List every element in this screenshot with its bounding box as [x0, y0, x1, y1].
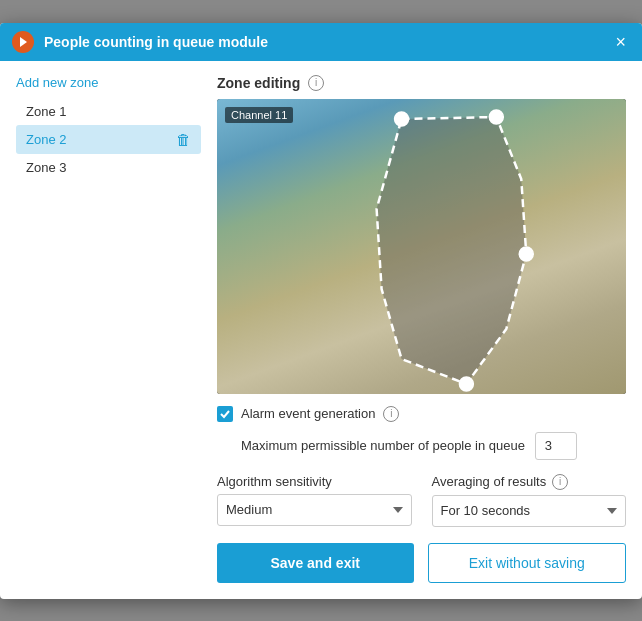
- delete-zone-icon[interactable]: 🗑: [176, 131, 191, 148]
- max-people-input[interactable]: [535, 432, 577, 460]
- dropdowns-row: Algorithm sensitivity Low Medium High Av…: [217, 474, 626, 527]
- app-logo-icon: [12, 31, 34, 53]
- algorithm-group: Algorithm sensitivity Low Medium High: [217, 474, 412, 527]
- modal-title: People counting in queue module: [44, 34, 611, 50]
- modal-window: People counting in queue module × Add ne…: [0, 23, 642, 599]
- zone-1-label: Zone 1: [26, 104, 66, 119]
- averaging-info-icon[interactable]: i: [552, 474, 568, 490]
- buttons-row: Save and exit Exit without saving: [217, 543, 626, 583]
- zone-polygon[interactable]: [217, 99, 626, 394]
- video-container: Channel 11: [217, 99, 626, 394]
- exit-without-saving-button[interactable]: Exit without saving: [428, 543, 627, 583]
- save-and-exit-button[interactable]: Save and exit: [217, 543, 414, 583]
- alarm-row: Alarm event generation i: [217, 406, 626, 422]
- svg-marker-1: [377, 117, 527, 384]
- channel-label: Channel 11: [225, 107, 293, 123]
- close-button[interactable]: ×: [611, 29, 630, 55]
- zone-editing-info-icon[interactable]: i: [308, 75, 324, 91]
- svg-point-5: [519, 247, 533, 261]
- title-bar: People counting in queue module ×: [0, 23, 642, 61]
- alarm-label: Alarm event generation: [241, 406, 375, 421]
- zone-2-label: Zone 2: [26, 132, 66, 147]
- zone-item-1[interactable]: Zone 1: [16, 98, 201, 125]
- zone-editing-header: Zone editing i: [217, 75, 626, 91]
- svg-point-3: [395, 112, 409, 126]
- svg-marker-0: [20, 37, 27, 47]
- zone-item-2[interactable]: Zone 2 🗑: [16, 125, 201, 154]
- modal-body: Add new zone Zone 1 Zone 2 🗑 Zone 3 Zone…: [0, 61, 642, 599]
- averaging-select[interactable]: For 5 seconds For 10 seconds For 30 seco…: [432, 495, 627, 527]
- averaging-group: Averaging of results i For 5 seconds For…: [432, 474, 627, 527]
- algorithm-select[interactable]: Low Medium High: [217, 494, 412, 526]
- add-new-zone-link[interactable]: Add new zone: [16, 75, 201, 90]
- zone-editing-title: Zone editing: [217, 75, 300, 91]
- zone-item-3[interactable]: Zone 3: [16, 154, 201, 181]
- alarm-info-icon[interactable]: i: [383, 406, 399, 422]
- algorithm-label: Algorithm sensitivity: [217, 474, 412, 489]
- svg-point-6: [459, 377, 473, 391]
- right-panel: Zone editing i Channel 11: [217, 75, 626, 583]
- left-panel: Add new zone Zone 1 Zone 2 🗑 Zone 3: [16, 75, 201, 583]
- max-people-label: Maximum permissible number of people in …: [241, 438, 525, 453]
- averaging-label: Averaging of results i: [432, 474, 627, 490]
- alarm-checkbox[interactable]: [217, 406, 233, 422]
- max-people-row: Maximum permissible number of people in …: [217, 432, 626, 460]
- store-scene: [217, 99, 626, 394]
- zone-3-label: Zone 3: [26, 160, 66, 175]
- svg-point-4: [489, 110, 503, 124]
- controls-section: Alarm event generation i Maximum permiss…: [217, 394, 626, 583]
